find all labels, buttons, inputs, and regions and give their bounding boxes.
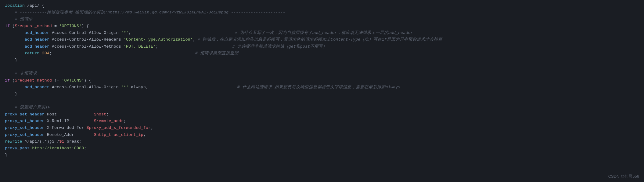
code-token: ; xyxy=(143,133,146,137)
code-token: proxy_set_header xyxy=(5,133,45,137)
code-token: proxy_pass xyxy=(5,146,30,151)
code-token: $request_method xyxy=(15,24,52,28)
code-line: rewrite ^/api/(.*)}$ /$1 break; xyxy=(5,138,644,145)
code-token: always; xyxy=(128,85,237,89)
code-token: # 允许哪些非标准请求跨域（get和post不用写） xyxy=(232,44,327,49)
code-token: location xyxy=(5,3,25,8)
code-token xyxy=(5,31,25,35)
code-token: ; xyxy=(49,51,195,56)
code-token: proxy_set_header xyxy=(5,126,45,130)
code-line xyxy=(5,64,644,70)
code-token: Access-Control-Allow-Origin xyxy=(49,31,121,35)
code-token: add_header xyxy=(25,44,49,49)
code-line: proxy_set_header X-Forwarded-For $proxy_… xyxy=(5,125,644,131)
code-line: if ($request_method = 'OPTIONS') { xyxy=(5,23,644,30)
code-token: return xyxy=(25,51,40,56)
code-token: Access-Control-Allow-Methods xyxy=(49,44,124,49)
code-token: # 非预请求 xyxy=(5,71,37,76)
code-token: # 设置用户真实IP xyxy=(5,105,50,110)
code-token: X-Forwarded-For xyxy=(45,126,87,130)
code-block: location /api/ { # -----------跨域处理参考 捡田螺… xyxy=(0,0,644,161)
code-line: proxy_set_header X-Real-IP $remote_addr; xyxy=(5,118,644,125)
code-token: 204 xyxy=(42,51,49,56)
code-token: add_header xyxy=(25,85,49,89)
code-token xyxy=(39,51,42,56)
code-token: } xyxy=(5,153,7,157)
code-token: ; xyxy=(106,112,109,117)
code-token: '*' xyxy=(121,85,128,89)
code-line: } xyxy=(5,91,644,97)
code-token: ; xyxy=(193,37,198,42)
code-token: ( xyxy=(10,24,15,28)
code-token: if xyxy=(5,24,10,28)
code-line: } xyxy=(5,57,644,64)
code-token: } xyxy=(5,92,17,96)
code-token: ( xyxy=(10,78,15,83)
code-token: ; xyxy=(84,146,86,151)
code-token: != xyxy=(52,78,62,83)
code-line: # -----------跨域处理参考 捡田螺的小男孩:https://mp.w… xyxy=(5,9,644,16)
code-token: # 为什么又写了一次，因为当前层级有了add_header，就应该无法继承上一层… xyxy=(235,31,413,35)
watermark: CSDN @仰晨556 xyxy=(608,173,639,180)
code-token: ; xyxy=(128,31,235,35)
code-token: '*' xyxy=(121,31,128,35)
code-token: X-Real-IP xyxy=(45,119,94,123)
code-line: } xyxy=(5,152,644,158)
code-token: proxy_set_header xyxy=(5,119,45,123)
code-line: add_header Access-Control-Allow-Methods … xyxy=(5,43,644,50)
code-token: # 预请求 xyxy=(5,17,33,22)
code-token: # -----------跨域处理参考 捡田螺的小男孩:https://mp.w… xyxy=(5,10,285,15)
code-token: http://localhost:8080 xyxy=(32,146,84,151)
code-token: ; xyxy=(151,126,153,130)
code-line: proxy_set_header Host $host; xyxy=(5,111,644,118)
code-token: $http_true_client_ip xyxy=(94,133,143,137)
code-token: # 什么网站能请求 如果想要每次响应信息都携带头字段信息，需要在最后添加alwa… xyxy=(237,85,401,89)
code-token xyxy=(5,85,25,89)
code-token: rewrite xyxy=(5,139,22,144)
code-line: add_header Access-Control-Allow-Origin '… xyxy=(5,84,644,91)
code-token: = xyxy=(52,24,59,28)
code-line: # 非预请求 xyxy=(5,70,644,77)
code-line: if ($request_method != 'OPTIONS') { xyxy=(5,77,644,84)
code-line: return 204; # 预请求类型直接返回 xyxy=(5,50,644,57)
code-token: # 跨域后，在自定义添加的头信息是必须写，带请求体的请求必须加上Content-… xyxy=(198,37,442,42)
code-token: } xyxy=(5,58,17,62)
code-token: $request_method xyxy=(15,78,52,83)
code-token: break; xyxy=(64,139,81,144)
code-token: add_header xyxy=(25,31,49,35)
code-line: proxy_pass http://localhost:8080; xyxy=(5,145,644,152)
code-token: ) { xyxy=(84,78,91,83)
code-line: # 设置用户真实IP xyxy=(5,104,644,111)
code-token: if xyxy=(5,78,10,83)
code-token: Host xyxy=(45,112,94,117)
code-token: 'OPTIONS' xyxy=(59,24,81,28)
code-token: $remote_addr xyxy=(94,119,124,123)
code-token: ^/api/(.*)}$ / xyxy=(22,139,59,144)
code-token xyxy=(5,37,25,42)
code-line: add_header Access-Control-Allow-Headers … xyxy=(5,36,644,43)
code-token: $1 xyxy=(59,139,64,144)
code-token xyxy=(5,44,25,49)
code-token: add_header xyxy=(25,37,49,42)
code-token: # 预请求类型直接返回 xyxy=(195,51,239,56)
code-token: $proxy_add_x_forwarded_for xyxy=(86,126,151,130)
code-token: ) { xyxy=(81,24,89,28)
code-token: Access-Control-Allow-Origin xyxy=(49,85,121,89)
code-token: Access-Control-Allow-Headers xyxy=(49,37,124,42)
code-token: proxy_set_header xyxy=(5,112,45,117)
code-line xyxy=(5,97,644,104)
code-token: 'Content-Type,Authorization' xyxy=(124,37,193,42)
code-line: # 预请求 xyxy=(5,16,644,23)
code-token: $host xyxy=(94,112,106,117)
code-token: /api/ { xyxy=(25,3,45,8)
code-line: location /api/ { xyxy=(5,2,644,9)
code-token xyxy=(5,51,25,56)
code-line: add_header Access-Control-Allow-Origin '… xyxy=(5,30,644,36)
code-token xyxy=(30,146,32,151)
code-token: ; xyxy=(156,44,232,49)
code-token: 'OPTIONS' xyxy=(62,78,84,83)
code-line: proxy_set_header Remote_Addr $http_true_… xyxy=(5,132,644,138)
code-token: ; xyxy=(124,119,126,123)
code-token: 'PUT, DELETE' xyxy=(124,44,156,49)
code-token: Remote_Addr xyxy=(45,133,94,137)
